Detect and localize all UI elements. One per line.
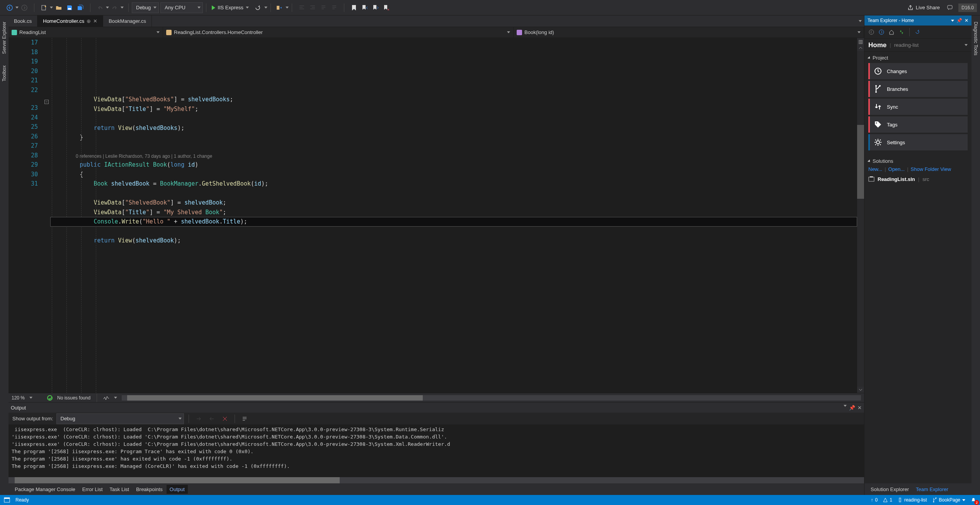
bottom-tab-package-manager-console[interactable]: Package Manager Console [12,485,78,494]
right-tab-solution-explorer[interactable]: Solution Explorer [868,485,912,494]
solutions-section-header[interactable]: Solutions [868,158,968,164]
pin-icon[interactable]: 📌 [849,405,855,411]
undo-button[interactable] [95,3,105,13]
zoom-level[interactable]: 120 % [12,395,25,401]
bottom-tab-task-list[interactable]: Task List [107,485,133,494]
new-solution-link[interactable]: New... [868,166,882,172]
team-item-sync[interactable]: Sync [868,99,968,115]
codelens-info[interactable]: 0 references | Leslie Richardson, 73 day… [50,152,857,160]
new-item-button[interactable] [39,3,49,13]
bottom-tab-output[interactable]: Output [167,485,188,494]
doc-tab-bookmanager[interactable]: BookManager.cs [103,15,152,27]
output-window-menu[interactable] [844,405,847,407]
bookmark-clear-icon[interactable] [381,3,391,13]
code-editor[interactable]: 171819202122232425262728293031 ViewData[… [9,38,864,393]
scroll-up[interactable] [857,45,864,51]
nav-back-icon[interactable] [868,28,875,36]
team-item-settings[interactable]: Settings [868,134,968,150]
solution-config-dropdown[interactable]: Debug [132,2,159,13]
class-dropdown[interactable]: ReadingList.Controllers.HomeController [163,27,514,38]
document-tabs: Book.cs HomeController.cs ⊕ ✕ BookManage… [9,15,864,27]
refresh-icon[interactable] [914,28,921,36]
run-button[interactable]: IIS Express [209,2,251,13]
right-tab-team-explorer[interactable]: Team Explorer [913,485,951,494]
doc-tab-book[interactable]: Book.cs [9,15,37,27]
doc-tab-homecontroller[interactable]: HomeController.cs ⊕ ✕ [37,15,103,27]
solution-platform-dropdown[interactable]: Any CPU [160,2,203,13]
feedback-button[interactable] [945,3,955,13]
undo-menu[interactable] [106,7,109,9]
team-item-changes[interactable]: Changes [868,63,968,79]
split-editor-icon[interactable]: ▥ [857,38,864,45]
team-page-menu[interactable] [965,44,968,46]
team-item-tags[interactable]: Tags [868,116,968,133]
notifications-button[interactable] [971,497,976,503]
bookmark-next-icon[interactable] [371,3,381,13]
tabs-overflow-menu[interactable] [859,20,862,22]
bookmark-prev-icon[interactable] [360,3,370,13]
health-icon[interactable] [103,395,109,401]
redo-menu[interactable] [121,7,124,9]
connect-icon[interactable] [898,28,905,36]
toolbox-tab[interactable]: Toolbox [1,63,8,84]
close-icon[interactable]: ✕ [965,18,968,23]
team-item-branches[interactable]: Branches [868,81,968,97]
run-target-menu[interactable] [246,7,249,9]
svg-rect-7 [166,30,172,35]
main-toolbar: Debug Any CPU IIS Express [0,0,980,15]
bottom-tab-error-list[interactable]: Error List [79,485,106,494]
nav-back-menu[interactable] [15,7,19,9]
clear-all-icon[interactable] [220,414,230,424]
close-icon[interactable]: ✕ [93,18,97,24]
solution-row[interactable]: ReadingList.sln | src [868,174,968,184]
output-source-dropdown[interactable]: Debug [56,413,184,424]
pending-changes[interactable]: 1 [883,497,892,503]
svg-point-10 [879,30,884,34]
live-share-button[interactable]: Live Share [905,2,942,13]
scroll-down[interactable] [857,387,864,393]
nav-back-button[interactable] [5,3,15,13]
uncomment-icon [329,3,339,13]
zoom-menu[interactable] [29,397,32,399]
unpushed-commits[interactable]: ↑ 0 [871,497,878,503]
save-all-button[interactable] [75,3,85,13]
redo-button[interactable] [110,3,120,13]
show-folder-view-link[interactable]: Show Folder View [911,166,951,172]
diagnostic-tools-tab[interactable]: Diagnostic Tools [972,19,979,58]
server-explorer-tab[interactable]: Server Explorer [1,19,8,56]
pin-icon[interactable]: 📌 [956,18,962,23]
output-text[interactable]: iisexpress.exe (CoreCLR: clrhost): Loade… [9,425,864,477]
goto-prev-message-icon [194,414,204,424]
open-file-button[interactable] [54,3,64,13]
bookmark-toggle-icon[interactable] [349,3,359,13]
close-icon[interactable]: ✕ [858,405,862,411]
status-bar: Ready ↑ 0 1 reading-list BookPage [0,495,980,505]
word-wrap-icon[interactable] [240,414,250,424]
output-from-label: Show output from: [12,416,53,421]
open-solution-link[interactable]: Open... [888,166,905,172]
team-explorer-titlebar[interactable]: Team Explorer - Home 📌 ✕ [864,15,971,26]
save-button[interactable] [65,3,75,13]
pin-icon[interactable]: ⊕ [87,18,91,24]
output-hscrollbar[interactable] [9,477,864,483]
method-icon [517,30,522,35]
csproj-icon [12,30,17,35]
fold-toggle[interactable] [44,100,49,104]
member-dropdown[interactable]: Book(long id) [514,27,864,38]
scrollbar-map[interactable] [857,51,864,387]
status-branch[interactable]: BookPage [932,497,965,503]
browser-refresh-button[interactable] [253,3,263,13]
bottom-tab-breakpoints[interactable]: Breakpoints [133,485,166,494]
project-section-header[interactable]: Project [868,55,968,61]
new-item-menu[interactable] [50,7,53,9]
editor-hscrollbar[interactable] [122,395,861,401]
status-repo[interactable]: reading-list [898,497,927,503]
svg-point-12 [879,85,881,87]
browser-menu[interactable] [264,7,267,9]
project-dropdown[interactable]: ReadingList [9,27,163,38]
step-button[interactable] [274,3,284,13]
home-icon[interactable] [888,28,895,36]
version-badge: D16.0 [958,3,977,12]
nav-forward-icon[interactable] [878,28,885,36]
panel-position-menu[interactable] [951,20,954,22]
